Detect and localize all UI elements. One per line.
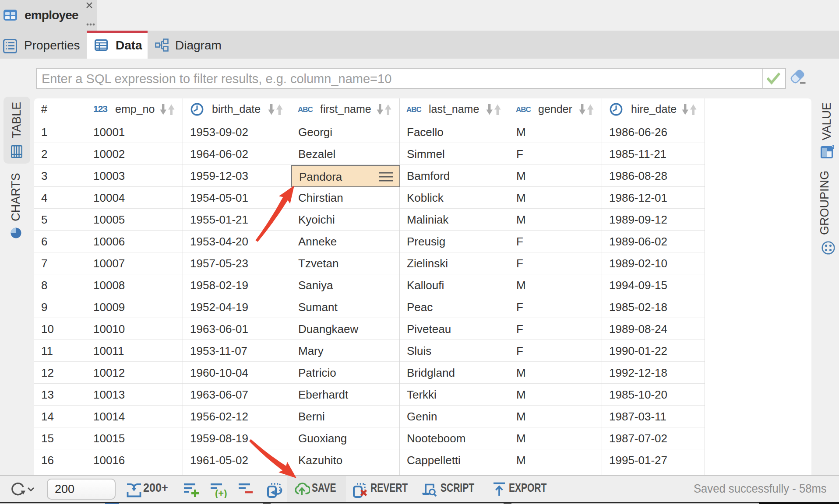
svg-text:(+): (+) [215, 488, 227, 498]
